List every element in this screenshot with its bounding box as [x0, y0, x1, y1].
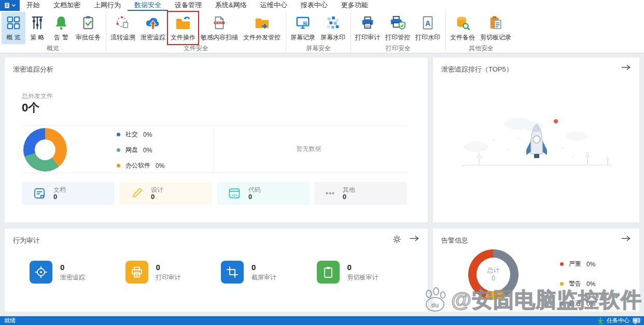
file-type-cards: 文档 0 设计 0 </> 代码 0: [22, 182, 407, 205]
target-icon: [30, 261, 52, 284]
legend-value: 0%: [156, 162, 164, 169]
tool-print-audit[interactable]: 打印审计: [353, 12, 383, 44]
tool-print-control[interactable]: 打印管控: [383, 12, 413, 44]
tool-alert[interactable]: 告 警: [49, 12, 73, 44]
tool-label: 打印水印: [415, 33, 440, 42]
cloud-upload-icon: [144, 13, 162, 32]
alerts-legend: 严重 0% 警告 0% 普通 0%: [560, 260, 595, 308]
tool-print-watermark[interactable]: A 打印水印: [413, 12, 443, 44]
tool-leak-trace[interactable]: 泄密追踪: [138, 12, 168, 44]
legend-value: 0%: [586, 300, 595, 307]
panel-behavior-audit: 行为审计 0 泄密追踪: [5, 229, 428, 312]
tab-row: 开始 文档加密 上网行为 数据安全 设备管理 系统&网络 运维中心 报表中心 更…: [0, 0, 644, 11]
legend-dot: [117, 133, 120, 136]
card-other[interactable]: ••• 其他 0: [314, 182, 407, 205]
doc-scan-icon: [210, 13, 229, 32]
legend-dot: [560, 262, 564, 266]
crop-icon: [221, 261, 244, 284]
tab-data-security[interactable]: 数据安全: [128, 0, 168, 11]
tool-label: 审批任务: [76, 33, 101, 42]
panel-title: 泄密追踪排行（TOP5）: [441, 65, 513, 74]
ribbon-group-label: 其他安全: [446, 44, 516, 55]
tool-label: 文件外发管控: [243, 33, 281, 42]
ribbon-group-label: 概览: [0, 44, 106, 55]
ribbon-group-screen-security: 屏幕记录 屏幕水印 屏幕安全: [286, 11, 351, 53]
tab-ops-center[interactable]: 运维中心: [254, 0, 294, 11]
legend-dot: [117, 148, 120, 152]
card-code[interactable]: </> 代码 0: [217, 182, 310, 205]
audit-stats-row: 0 泄密追踪 0 打印审计: [30, 261, 412, 284]
card-label: 代码: [248, 186, 261, 193]
legend-value: 0%: [143, 131, 152, 138]
monitor-status-icon[interactable]: [633, 318, 641, 324]
arrow-right-icon[interactable]: [621, 235, 631, 244]
card-value: 0: [248, 193, 261, 201]
tool-label: 剪切板记录: [480, 33, 511, 42]
app-menu-button[interactable]: [0, 0, 20, 11]
tab-report-center[interactable]: 报表中心: [294, 0, 334, 11]
tab-doc-encrypt[interactable]: 文档加密: [47, 0, 87, 11]
tool-screen-record[interactable]: 屏幕记录: [288, 12, 318, 44]
stat-leak-trace[interactable]: 0 泄密追踪: [30, 261, 125, 284]
legend-value: 0%: [586, 261, 595, 268]
tool-file-backup[interactable]: 文件备份: [447, 12, 478, 44]
empty-data-text: 暂无数据: [213, 145, 404, 153]
dashboard-content: 泄密追踪分析 总外发文件 0个 社交 0% 网盘 0% 办公软件: [0, 54, 644, 315]
card-value: 0: [53, 193, 66, 201]
stat-clipboard-audit[interactable]: 0 剪切板审计: [317, 261, 413, 284]
tool-file-send-control[interactable]: 文件外发管控: [241, 12, 283, 44]
alerts-total-value: 0: [468, 274, 519, 282]
gear-icon[interactable]: [393, 235, 401, 245]
grid-icon: [4, 13, 23, 32]
ribbon-group-print-security: 打印审计 打印管控 A 打印水印 打印安全: [351, 11, 445, 53]
tool-file-operations[interactable]: 文件操作: [168, 12, 198, 44]
card-label: 其他: [343, 186, 355, 193]
ribbon-group-label: 打印安全: [351, 44, 445, 55]
total-files-label: 总外发文件: [22, 92, 53, 101]
legend-dot: [117, 164, 120, 167]
task-center-button[interactable]: 任务中心: [607, 317, 629, 324]
tool-screen-watermark[interactable]: 屏幕水印: [318, 12, 348, 44]
tool-label: 敏感内容扫描: [201, 33, 238, 42]
arrow-right-icon[interactable]: [409, 235, 419, 244]
legend-dot: [560, 302, 564, 305]
card-docs[interactable]: 文档 0: [22, 182, 115, 205]
card-label: 设计: [151, 186, 163, 193]
tool-label: 屏幕水印: [320, 33, 345, 42]
tab-system-network[interactable]: 系统&网络: [208, 0, 254, 11]
red-planet-dot: [554, 119, 558, 123]
legend-label: 社交: [125, 130, 138, 139]
legend-label: 严重: [569, 260, 581, 269]
tab-device-manage[interactable]: 设备管理: [168, 0, 208, 11]
panel-leak-rank: 泄密追踪排行（TOP5）: [433, 58, 639, 222]
clipboard-check-icon: [79, 13, 97, 32]
tool-label: 概 览: [6, 33, 20, 42]
tool-overview[interactable]: 概 览: [2, 12, 25, 44]
clipboard-doc-icon: [486, 13, 505, 32]
tab-web-behavior[interactable]: 上网行为: [87, 0, 128, 11]
legend-value: 0%: [143, 147, 152, 154]
tool-label: 流转追溯: [110, 33, 135, 42]
tool-label: 策 略: [30, 33, 44, 42]
panel-leak-analysis: 泄密追踪分析 总外发文件 0个 社交 0% 网盘 0% 办公软件: [5, 58, 428, 222]
folder-out-icon: [253, 13, 271, 32]
svg-text:</>: </>: [232, 193, 237, 197]
card-design[interactable]: 设计 0: [119, 182, 212, 205]
tool-policy[interactable]: 策 略: [25, 12, 49, 44]
tool-approval-tasks[interactable]: 审批任务: [73, 12, 103, 44]
stat-print-audit[interactable]: 0 打印审计: [125, 261, 221, 284]
doc-a-icon: A: [418, 13, 437, 32]
pixel-watermark-icon: [324, 13, 342, 32]
stat-screenshot-audit[interactable]: 0 截屏审计: [221, 261, 317, 284]
monitor-record-icon: [293, 13, 312, 32]
stat-value: 0: [347, 263, 379, 272]
tool-content-scan[interactable]: 敏感内容扫描: [198, 12, 241, 44]
empty-state-illustration: [456, 109, 617, 176]
alerts-donut-center: 总计 0: [468, 266, 519, 282]
tab-start[interactable]: 开始: [20, 0, 47, 11]
tool-flow-trace[interactable]: 流转追溯: [108, 12, 138, 44]
arrow-right-icon[interactable]: [621, 64, 631, 73]
ribbon-group-file-security: 流转追溯 泄密追踪 文件操作: [106, 11, 286, 53]
tool-clipboard-record[interactable]: 剪切板记录: [478, 12, 514, 44]
tab-more[interactable]: 更多功能: [334, 0, 375, 11]
